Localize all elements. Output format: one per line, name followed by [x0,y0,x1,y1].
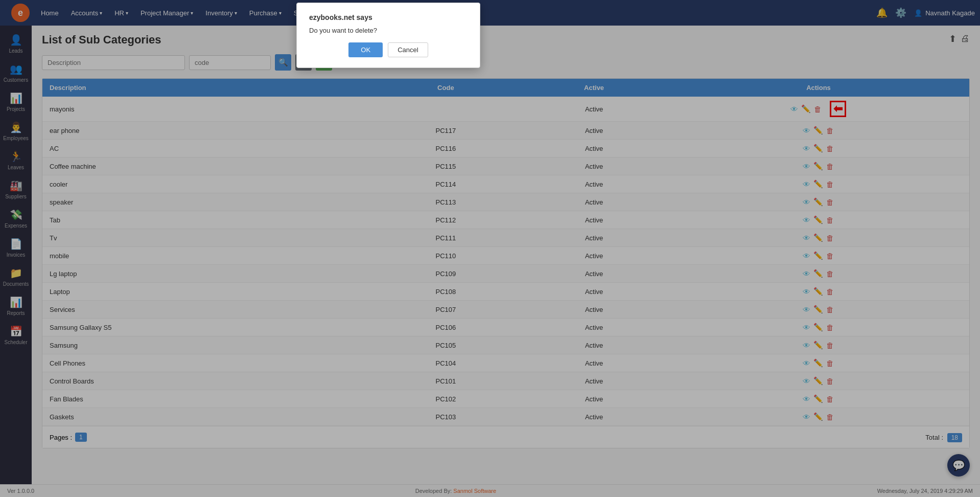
dialog-overlay: ezybooks.net says Do you want to delete?… [0,0,980,497]
dialog-buttons: OK Cancel [309,42,468,57]
confirm-dialog: ezybooks.net says Do you want to delete?… [296,3,480,68]
dialog-message: Do you want to delete? [309,27,468,34]
dialog-cancel-button[interactable]: Cancel [388,42,428,57]
dialog-title: ezybooks.net says [309,13,468,21]
dialog-ok-button[interactable]: OK [348,42,383,57]
